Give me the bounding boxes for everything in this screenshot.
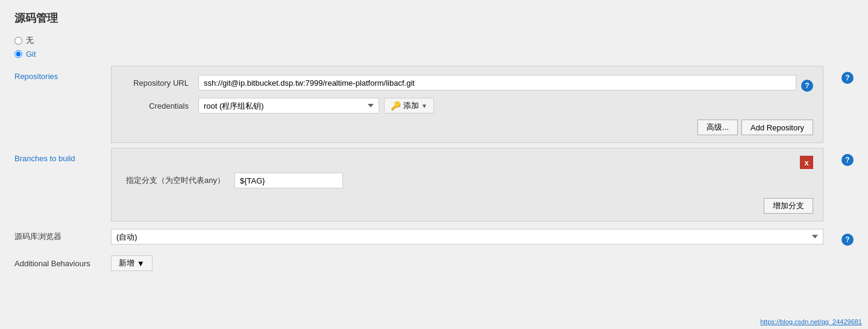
page-title: 源码管理 (14, 11, 854, 25)
branches-header: x (121, 156, 813, 169)
advanced-button[interactable]: 高级... (697, 120, 738, 135)
branches-form-row: 指定分支（为空时代表any） (121, 173, 813, 188)
additional-row: Additional Behaviours 新增 ▼ (14, 255, 854, 271)
credentials-label: Credentials (121, 101, 193, 110)
credentials-form-row: Credentials root (程序组私钥) 🔑 添加 ▼ (121, 98, 813, 113)
delete-branch-button[interactable]: x (800, 156, 813, 169)
branches-help-icon[interactable]: ? (841, 154, 854, 166)
url-form-row: Repository URL ? (121, 74, 813, 92)
branches-content: x 指定分支（为空时代表any） 增加分支 (111, 148, 823, 222)
repo-button-row: 高级... Add Repository (121, 120, 813, 135)
additional-label: Additional Behaviours (14, 259, 111, 268)
add-branch-button[interactable]: 增加分支 (764, 198, 813, 214)
scm-none-label: 无 (26, 35, 34, 46)
browser-select[interactable]: (自动) (111, 229, 823, 244)
branch-spec-label: 指定分支（为空时代表any） (121, 175, 230, 186)
branches-row: Branches to build x 指定分支（为空时代表any） 增加分支 … (14, 148, 854, 222)
main-content: Repositories Repository URL ? Credential… (14, 66, 854, 271)
url-input-wrapper (198, 75, 796, 91)
add-credentials-label: 添加 (403, 100, 419, 111)
branches-label: Branches to build (14, 148, 111, 163)
url-help-icon[interactable]: ? (801, 80, 813, 92)
repositories-label: Repositories (14, 66, 111, 81)
scm-radio-none[interactable] (14, 37, 22, 45)
add-credentials-button[interactable]: 🔑 添加 ▼ (384, 98, 434, 113)
browser-row: 源码库浏览器 (自动) ? (14, 228, 854, 246)
repositories-row: Repositories Repository URL ? Credential… (14, 66, 854, 143)
repositories-content: Repository URL ? Credentials root (程序组私钥… (111, 66, 823, 143)
scm-radio-git[interactable] (14, 50, 22, 58)
credentials-controls: root (程序组私钥) 🔑 添加 ▼ (198, 98, 434, 113)
key-icon: 🔑 (391, 101, 401, 110)
add-repository-button[interactable]: Add Repository (741, 120, 813, 135)
branches-btn-row: 增加分支 (121, 193, 813, 214)
watermark: https://blog.csdn.net/qq_24429681 (760, 318, 862, 325)
scm-option-none[interactable]: 无 (14, 35, 854, 46)
add-behaviour-caret: ▼ (137, 259, 145, 268)
add-behaviour-label: 新增 (119, 258, 134, 269)
credentials-select[interactable]: root (程序组私钥) (198, 98, 379, 113)
repositories-help-icon[interactable]: ? (841, 72, 854, 84)
scm-radio-group: 无 Git (14, 35, 854, 59)
scm-git-label: Git (26, 50, 36, 59)
add-behaviour-button[interactable]: 新增 ▼ (111, 255, 153, 271)
url-label: Repository URL (121, 78, 193, 88)
page-container: 源码管理 无 Git Repositories Repository URL ? (0, 0, 868, 329)
browser-help-icon[interactable]: ? (841, 234, 854, 246)
repository-url-input[interactable] (198, 75, 796, 91)
scm-option-git[interactable]: Git (14, 50, 854, 59)
browser-label: 源码库浏览器 (14, 231, 111, 242)
branch-input[interactable] (234, 173, 343, 188)
add-credentials-caret: ▼ (421, 103, 427, 109)
